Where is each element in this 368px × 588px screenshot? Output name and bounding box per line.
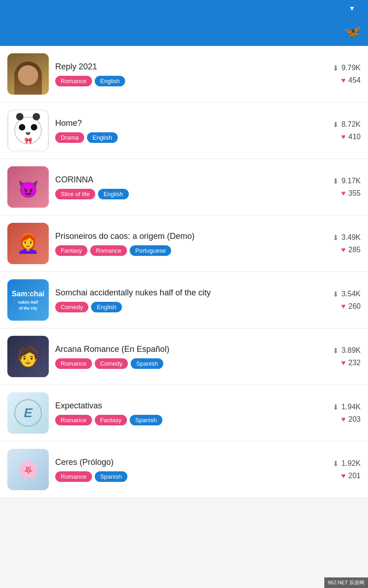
trending-item[interactable]: 🎀 Home? DramaEnglish ⬇ 8.72K ♥ 410 [0, 102, 368, 159]
like-stat: ♥ 410 [341, 133, 361, 141]
butterfly-icon[interactable]: 🦋 [345, 24, 361, 39]
download-count: 8.72K [341, 120, 361, 129]
download-stat: ⬇ 9.79K [333, 64, 361, 73]
item-title: Somchai accidentally nukes half of the c… [55, 288, 313, 298]
item-title: Arcana Romance (En Español) [55, 344, 313, 355]
item-title: Home? [55, 118, 313, 129]
heart-icon: ♥ [341, 302, 346, 311]
item-info: Somchai accidentally nukes half of the c… [55, 288, 313, 312]
item-info: Ceres (Prólogo) RomanceSpanish [55, 457, 313, 482]
like-stat: ♥ 260 [341, 302, 361, 311]
item-stats: ⬇ 8.72K ♥ 410 [319, 120, 361, 141]
download-stat: ⬇ 1.92K [333, 459, 361, 468]
heart-icon: ♥ [341, 246, 346, 254]
status-bar: ▼ [0, 0, 368, 17]
item-thumbnail: 🎀 [7, 110, 49, 151]
tag-fantasy: Fantasy [55, 245, 87, 256]
like-count: 454 [348, 76, 361, 85]
tag-romance: Romance [55, 358, 92, 369]
item-stats: ⬇ 3.54K ♥ 260 [319, 290, 361, 311]
like-count: 410 [348, 133, 361, 141]
tag-spanish: Spanish [130, 415, 162, 425]
tag-spanish: Spanish [95, 471, 127, 482]
tag-romance: Romance [55, 471, 92, 482]
like-stat: ♥ 201 [341, 472, 361, 480]
download-count: 1.92K [341, 459, 361, 468]
wifi-icon: ▼ [349, 5, 355, 12]
tag-romance: Romance [55, 415, 92, 425]
trending-item[interactable]: 👩‍🦰 Prisoneiros do caos: a origem (Demo)… [0, 215, 368, 272]
item-title: Ceres (Prólogo) [55, 457, 313, 468]
item-info: CORINNA Slice of lifeEnglish [55, 175, 313, 199]
download-icon: ⬇ [333, 120, 339, 129]
top-bar: 🦋 [0, 17, 368, 46]
download-count: 3.54K [341, 290, 361, 298]
heart-icon: ♥ [341, 415, 346, 424]
item-tags: DramaEnglish [55, 132, 313, 143]
item-info: Reply 2021 RomanceEnglish [55, 62, 313, 86]
item-tags: RomanceFantasySpanish [55, 415, 313, 425]
tag-english: English [87, 132, 118, 143]
download-icon: ⬇ [333, 177, 339, 186]
like-count: 260 [348, 302, 361, 311]
watermark: 962.NET 乐游网 [324, 577, 368, 588]
item-thumbnail: Sam:chai nukes Half of the city [7, 279, 49, 321]
download-count: 9.79K [341, 64, 361, 72]
item-title: Expectativas [55, 401, 313, 411]
download-icon: ⬇ [333, 64, 339, 73]
trending-list: Reply 2021 RomanceEnglish ⬇ 9.79K ♥ 454 [0, 46, 368, 498]
item-thumbnail: 🌸 [7, 449, 49, 490]
like-stat: ♥ 454 [341, 76, 361, 85]
download-stat: ⬇ 3.49K [333, 233, 361, 242]
tag-spanish: Spanish [131, 358, 163, 369]
item-info: Home? DramaEnglish [55, 118, 313, 143]
trending-item[interactable]: E Expectativas RomanceFantasySpanish ⬇ 1… [0, 385, 368, 441]
download-stat: ⬇ 1.94K [333, 403, 361, 412]
item-thumbnail [7, 53, 49, 95]
item-thumbnail: 🧑 [7, 336, 49, 377]
item-tags: FantasyRomancePortuguese [55, 245, 313, 256]
like-count: 201 [348, 472, 361, 480]
item-info: Arcana Romance (En Español) RomanceComed… [55, 344, 313, 369]
like-stat: ♥ 203 [341, 415, 361, 424]
like-count: 203 [348, 415, 361, 424]
download-icon: ⬇ [333, 459, 339, 468]
item-stats: ⬇ 1.92K ♥ 201 [319, 459, 361, 480]
download-count: 3.89K [341, 346, 361, 355]
tag-romance: Romance [55, 76, 92, 86]
item-thumbnail: E [7, 392, 49, 434]
item-stats: ⬇ 3.89K ♥ 232 [319, 346, 361, 367]
trending-item[interactable]: 😈 CORINNA Slice of lifeEnglish ⬇ 9.17K ♥… [0, 159, 368, 215]
item-thumbnail: 😈 [7, 166, 49, 208]
like-count: 285 [348, 246, 361, 254]
like-stat: ♥ 285 [341, 246, 361, 254]
item-tags: RomanceSpanish [55, 471, 313, 482]
tag-portuguese: Portuguese [130, 245, 172, 256]
heart-icon: ♥ [341, 189, 346, 198]
download-count: 9.17K [341, 177, 361, 185]
download-stat: ⬇ 8.72K [333, 120, 361, 129]
like-count: 355 [348, 189, 361, 198]
download-icon: ⬇ [333, 403, 339, 412]
heart-icon: ♥ [341, 133, 346, 141]
item-tags: RomanceEnglish [55, 76, 313, 86]
tag-english: English [91, 302, 122, 312]
tag-drama: Drama [55, 132, 84, 143]
like-stat: ♥ 232 [341, 359, 361, 367]
trending-item[interactable]: Sam:chai nukes Half of the city Somchai … [0, 272, 368, 328]
download-icon: ⬇ [333, 346, 339, 355]
trending-item[interactable]: 🧑 Arcana Romance (En Español) RomanceCom… [0, 328, 368, 385]
item-thumbnail: 👩‍🦰 [7, 223, 49, 264]
item-stats: ⬇ 9.79K ♥ 454 [319, 64, 361, 85]
tag-slice-of-life: Slice of life [55, 189, 95, 199]
tag-english: English [95, 76, 126, 86]
trending-item[interactable]: 🌸 Ceres (Prólogo) RomanceSpanish ⬇ 1.92K… [0, 441, 368, 498]
tag-comedy: Comedy [55, 302, 88, 312]
tag-english: English [98, 189, 129, 199]
tag-fantasy: Fantasy [95, 415, 127, 425]
trending-item[interactable]: Reply 2021 RomanceEnglish ⬇ 9.79K ♥ 454 [0, 46, 368, 102]
item-tags: Slice of lifeEnglish [55, 189, 313, 199]
download-icon: ⬇ [333, 233, 339, 242]
item-title: CORINNA [55, 175, 313, 185]
item-title: Prisoneiros do caos: a origem (Demo) [55, 231, 313, 242]
